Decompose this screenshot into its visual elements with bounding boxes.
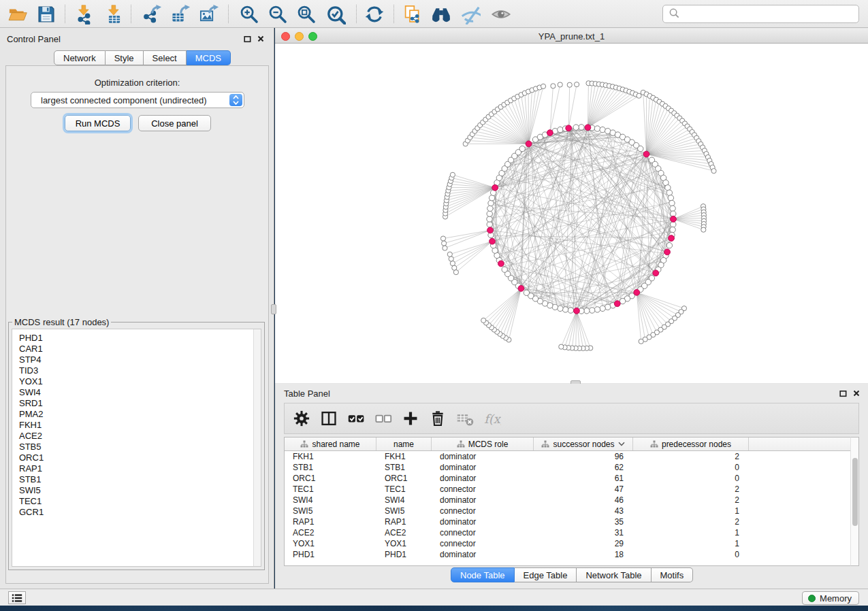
mcds-result-item[interactable]: PHD1 <box>12 333 261 344</box>
column-header-successor-nodes[interactable]: successor nodes <box>534 437 633 450</box>
column-header-shared-name[interactable]: shared name <box>285 437 376 450</box>
table-row[interactable]: STB1STB1dominator620 <box>285 462 858 473</box>
mcds-result-item[interactable]: ORC1 <box>12 452 261 463</box>
zoom-selected-button[interactable] <box>323 3 348 25</box>
add-button[interactable] <box>399 407 422 430</box>
zoom-fit-button[interactable] <box>294 3 319 25</box>
mcds-result-item[interactable]: FKH1 <box>12 420 261 431</box>
table-row[interactable]: PHD1PHD1dominator180 <box>285 549 858 560</box>
float-panel-icon[interactable] <box>242 34 252 44</box>
mcds-result-item[interactable]: YOX1 <box>12 376 261 387</box>
select-all-button[interactable] <box>344 407 368 430</box>
mcds-result-item[interactable]: GCR1 <box>12 507 261 518</box>
table-row[interactable]: ORC1ORC1dominator610 <box>285 473 858 484</box>
task-history-button[interactable] <box>8 591 26 604</box>
refresh-button[interactable] <box>362 3 387 25</box>
float-table-panel-icon[interactable] <box>838 389 848 398</box>
function-button: f(x) <box>481 407 504 430</box>
columns-button[interactable] <box>317 407 340 430</box>
toolbar-separator <box>65 5 65 23</box>
mcds-result-item[interactable]: TID3 <box>12 365 261 376</box>
table-scrollbar[interactable] <box>850 437 859 566</box>
cell: 2 <box>633 495 749 506</box>
mcds-result-item[interactable]: TEC1 <box>12 496 261 507</box>
tab-style[interactable]: Style <box>106 50 144 65</box>
gear-button[interactable] <box>290 407 313 430</box>
binoculars-icon <box>431 4 451 24</box>
table-scrollbar-thumb[interactable] <box>852 458 858 526</box>
cell: 29 <box>534 538 633 549</box>
search-input[interactable] <box>684 7 858 21</box>
run-mcds-button[interactable]: Run MCDS <box>65 115 131 131</box>
node-table: shared namenameMCDS rolesuccessor nodesp… <box>284 437 859 566</box>
cell: connector <box>432 538 534 549</box>
close-panel-icon[interactable] <box>256 34 266 44</box>
tab-select[interactable]: Select <box>144 50 187 65</box>
delete-button[interactable] <box>426 407 449 430</box>
tab-node-table[interactable]: Node Table <box>451 567 515 582</box>
mcds-result-item[interactable]: STP4 <box>12 354 261 365</box>
cell: dominator <box>432 473 534 484</box>
network-window: YPA_prune.txt_1 <box>275 29 868 383</box>
mcds-result-item[interactable]: PMA2 <box>12 409 261 420</box>
mcds-result-item[interactable]: STB5 <box>12 442 261 452</box>
list-scrollbar[interactable] <box>253 329 261 566</box>
zoom-in-button[interactable] <box>237 3 261 25</box>
export-network-button[interactable] <box>140 3 164 25</box>
table-row[interactable]: RAP1RAP1dominator352 <box>285 516 858 527</box>
tab-network[interactable]: Network <box>54 50 106 65</box>
mcds-result-item[interactable]: SRD1 <box>12 398 261 409</box>
import-table-button[interactable] <box>102 3 127 25</box>
mcds-result-item[interactable]: ACE2 <box>12 431 261 442</box>
mcds-result-item[interactable]: RAP1 <box>12 463 261 474</box>
table-row[interactable]: SWI4SWI4dominator462 <box>285 495 858 506</box>
tab-motifs[interactable]: Motifs <box>652 567 694 582</box>
open-folder-button[interactable] <box>5 3 30 25</box>
column-header-predecessor-nodes[interactable]: predecessor nodes <box>633 437 749 450</box>
tab-edge-table[interactable]: Edge Table <box>515 567 577 582</box>
network-canvas[interactable] <box>275 44 867 383</box>
mcds-result-item[interactable]: CAR1 <box>12 344 261 354</box>
cell: connector <box>432 506 534 516</box>
cell: 46 <box>534 495 633 506</box>
column-header-name[interactable]: name <box>376 437 432 450</box>
tab-mcds[interactable]: MCDS <box>187 50 231 65</box>
table-row[interactable]: YOX1YOX1connector291 <box>285 538 858 549</box>
table-panel: Table Panel f(x) shared namenameMCDS rol… <box>275 384 868 589</box>
mcds-result-title: MCDS result (17 nodes) <box>12 317 111 327</box>
close-panel-button[interactable]: Close panel <box>138 115 211 131</box>
save-button[interactable] <box>34 3 59 25</box>
hide-selected-icon <box>460 4 481 24</box>
deselect-all-button[interactable] <box>372 407 395 430</box>
cell: 1 <box>633 506 749 516</box>
column-header-MCDS-role[interactable]: MCDS role <box>432 437 534 450</box>
binoculars-button[interactable] <box>429 3 453 25</box>
tab-network-table[interactable]: Network Table <box>577 567 651 582</box>
criterion-dropdown[interactable]: largest connected component (undirected) <box>31 92 244 108</box>
show-eye-button[interactable] <box>489 3 513 25</box>
import-network-button[interactable] <box>72 3 97 25</box>
mcds-result-item[interactable]: STB1 <box>12 474 261 485</box>
export-image-button[interactable] <box>197 3 221 25</box>
mcds-result-item[interactable]: SWI5 <box>12 485 261 496</box>
close-table-panel-icon[interactable] <box>852 389 861 398</box>
vertical-splitter-handle[interactable] <box>271 304 276 314</box>
mcds-result-item[interactable]: SWI4 <box>12 387 261 398</box>
cell: STB1 <box>376 462 432 473</box>
table-row[interactable]: ACE2ACE2connector311 <box>285 527 858 538</box>
hide-selected-button[interactable] <box>458 3 483 25</box>
table-row[interactable]: TEC1TEC1connector472 <box>285 484 858 495</box>
table-row[interactable]: SWI5SWI5connector431 <box>285 506 858 516</box>
column-header-filler <box>749 437 858 450</box>
export-table-button[interactable] <box>168 3 193 25</box>
criterion-value: largest connected component (undirected) <box>31 95 207 105</box>
delete-table-icon <box>456 410 474 427</box>
table-row[interactable]: FKH1FKH1dominator962 <box>285 451 858 462</box>
memory-status-icon <box>808 595 816 602</box>
control-panel-tabs: NetworkStyleSelectMCDS <box>54 50 231 65</box>
show-eye-icon <box>491 4 511 24</box>
copy-network-button[interactable] <box>400 3 425 25</box>
zoom-out-button[interactable] <box>266 3 290 25</box>
desktop-background <box>0 606 868 611</box>
memory-button[interactable]: Memory <box>802 591 859 605</box>
